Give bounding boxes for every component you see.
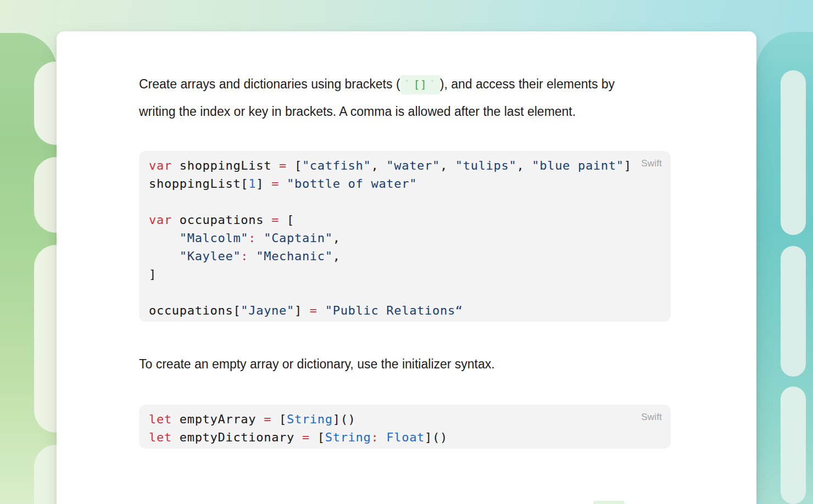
documentation-card: Create arrays and dictionaries using bra… — [57, 31, 756, 504]
code-line: let emptyArray = [String]() — [149, 410, 661, 428]
code-line: "Malcolm": "Captain", — [149, 229, 661, 247]
code-line: ] — [149, 265, 661, 283]
code-line: var shoppingList = ["catfish", "water", … — [149, 156, 661, 175]
paragraph-text: Create arrays and dictionaries using bra… — [139, 77, 400, 91]
inline-code-brackets: `[]` — [400, 75, 440, 94]
code-line: shoppingList[1] = "bottle of water" — [149, 175, 661, 193]
code-block-arrays-dictionaries: Swift var shoppingList = ["catfish", "wa… — [139, 151, 671, 322]
cutoff-inline-code-highlight — [593, 501, 625, 504]
code-line — [149, 193, 661, 211]
background-tile — [781, 70, 806, 235]
code-line: occupations["Jayne"] = "Public Relations… — [149, 301, 661, 320]
background-tile — [781, 246, 806, 377]
documentation-content: Create arrays and dictionaries using bra… — [57, 31, 756, 449]
page-background: Create arrays and dictionaries using bra… — [0, 0, 813, 504]
code-line: let emptyDictionary = [String: Float]() — [149, 428, 661, 446]
code-line — [149, 283, 661, 301]
code-listing: var shoppingList = ["catfish", "water", … — [149, 156, 661, 320]
code-line: "Kaylee": "Mechanic", — [149, 247, 661, 265]
backtick: ` — [404, 78, 411, 91]
inline-code-text: [] — [414, 78, 427, 91]
code-listing: let emptyArray = [String]()let emptyDict… — [149, 410, 661, 446]
paragraph-arrays-dictionaries: Create arrays and dictionaries using bra… — [139, 71, 644, 125]
background-tile — [781, 387, 806, 504]
code-line: var occupations = [ — [149, 211, 661, 229]
code-block-empty-initializers: Swift let emptyArray = [String]()let emp… — [139, 405, 671, 449]
backtick: ` — [430, 78, 436, 91]
paragraph-initializer-syntax: To create an empty array or dictionary, … — [139, 351, 644, 378]
language-label: Swift — [641, 412, 662, 423]
language-label: Swift — [641, 158, 662, 169]
